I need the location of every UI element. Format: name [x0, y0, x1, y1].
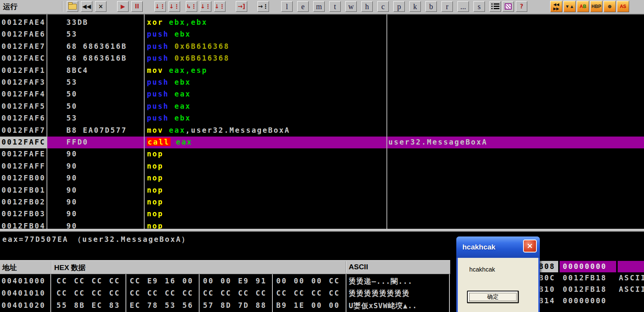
stack-value: 0012FB18	[560, 272, 616, 284]
plugin-target-button[interactable]: ⊕	[604, 1, 616, 12]
window-source-button[interactable]: s	[473, 1, 485, 12]
window-log-button-label: l	[286, 2, 288, 11]
token-reg: ebx,ebx	[169, 18, 208, 26]
disasm-row[interactable]: 0012FAE768 6863616Bpush 0x6B616368	[0, 41, 644, 53]
disasm-bytes: 90	[66, 186, 77, 194]
disasm-row[interactable]: 0012FAEC68 6863616Bpush 0x6B616368	[0, 53, 644, 64]
folder-open-icon	[68, 4, 77, 10]
token-txt	[169, 102, 174, 110]
animate-over-button[interactable]: ↓⋮	[200, 1, 211, 12]
disasm-row[interactable]: 0012FAF550push eax	[0, 101, 644, 113]
column-divider[interactable]	[47, 14, 47, 229]
window-threads-button[interactable]: t	[329, 1, 341, 12]
disasm-row[interactable]: 0012FB0190nop	[0, 185, 644, 196]
disasm-row[interactable]: 0012FAF7B8 EA07D577mov eax,user32.Messag…	[0, 125, 644, 137]
window-callstack-button[interactable]: k	[409, 1, 421, 12]
pane-divider[interactable]	[0, 229, 644, 232]
close-program-button[interactable]: ×	[95, 1, 106, 12]
animate-into-button[interactable]: ↳⋮	[186, 1, 197, 12]
token-txt	[169, 90, 174, 98]
restart-button[interactable]: ◀◀	[81, 1, 92, 12]
step-over-icon: ↓⋮	[169, 4, 180, 10]
dump-byte: B9	[276, 301, 287, 309]
dump-row[interactable]: 00401020558BEC83EC785356578D7D88B91E0000…	[0, 299, 450, 312]
disasm-row[interactable]: 0012FAE653push ebx	[0, 29, 644, 40]
window-runtrace-button[interactable]: ...	[457, 1, 469, 12]
disasm-address: 0012FAFF	[0, 161, 47, 172]
disassembly-pane[interactable]: 0012FAE433DBxor ebx,ebx0012FAE653push eb…	[0, 14, 644, 229]
disasm-row[interactable]: 0012FAFE90nop	[0, 148, 644, 160]
help-button[interactable]: ?	[516, 1, 527, 12]
disasm-bytes: 90	[66, 209, 77, 218]
disasm-address: 0012FAEC	[0, 53, 47, 64]
window-windows-button[interactable]: w	[345, 1, 357, 12]
disasm-instruction: nop	[147, 186, 163, 194]
plugin-jump-button[interactable]: ◀◀▶▶	[550, 1, 562, 12]
disasm-instruction: push ebx	[147, 78, 191, 86]
ok-button[interactable]: 确定	[467, 291, 519, 303]
window-executables-button[interactable]: e	[297, 1, 309, 12]
column-divider[interactable]	[144, 14, 145, 229]
open-file-button[interactable]	[67, 1, 78, 12]
stack-value: 0012FB18	[560, 284, 616, 295]
step-into-button[interactable]: ↓⋮	[155, 1, 166, 12]
appearance-button[interactable]	[502, 1, 514, 12]
disasm-row[interactable]: 0012FB0490nop	[0, 220, 644, 229]
goto-eip-button[interactable]: →⋮	[258, 1, 269, 12]
dump-byte: CC	[130, 289, 141, 297]
disasm-instruction: push eax	[147, 90, 191, 98]
disasm-instruction: push ebx	[147, 114, 191, 122]
run-button[interactable]: ▶	[117, 1, 129, 12]
dump-byte: CC	[238, 289, 249, 297]
window-memory-button-label: m	[316, 2, 322, 11]
token-pu: push	[147, 30, 169, 38]
plugin-hbp-button[interactable]: HBP	[590, 1, 602, 12]
disasm-row[interactable]: 0012FAE433DBxor ebx,ebx	[0, 17, 644, 29]
disasm-instruction: push eax	[147, 102, 191, 110]
window-patches-button-label: p	[397, 2, 401, 11]
dump-byte: 00	[329, 301, 340, 309]
window-cpu-button[interactable]: c	[377, 1, 389, 12]
disasm-address: 0012FB02	[0, 196, 47, 208]
plugin-as-button[interactable]: AS	[617, 1, 629, 12]
disasm-row[interactable]: 0012FAF653push ebx	[0, 113, 644, 124]
disasm-row[interactable]: 0012FB0390nop	[0, 208, 644, 220]
stack-ascii-comment	[618, 261, 644, 272]
window-threads-button-label: t	[334, 2, 336, 11]
disasm-row[interactable]: 0012FB0290nop	[0, 196, 644, 208]
column-divider[interactable]	[386, 14, 387, 229]
window-memory-button[interactable]: m	[313, 1, 325, 12]
dump-row[interactable]: 00401000CCCCCCCCCCE916000000E991000000CC…	[0, 275, 450, 287]
pause-button[interactable]: II	[131, 1, 143, 12]
disasm-row[interactable]: 0012FB0090nop	[0, 172, 644, 184]
token-mn: nop	[147, 198, 163, 206]
dump-ascii: 烫烫烫烫烫烫烫烫	[349, 289, 410, 299]
plugin-ab-button[interactable]: AB	[577, 1, 589, 12]
animate-over-icon: ↓⋮	[200, 4, 211, 10]
disasm-row[interactable]: 0012FAF353push ebx	[0, 77, 644, 88]
windows-list-button[interactable]	[489, 1, 501, 12]
disasm-bytes: 90	[66, 150, 77, 158]
dialog-titlebar[interactable]: hcakhcak ×	[456, 236, 540, 258]
window-handles-button[interactable]: h	[361, 1, 373, 12]
disasm-row[interactable]: 0012FAF450push eax	[0, 88, 644, 100]
disasm-row[interactable]: 0012FAFF90nop	[0, 161, 644, 172]
window-references-button[interactable]: r	[441, 1, 453, 12]
window-breakpoints-button[interactable]: b	[425, 1, 437, 12]
window-cpu-button-label: c	[382, 2, 385, 11]
plugin-updown-button[interactable]: ▼▲	[564, 1, 576, 12]
dump-pane[interactable]: 地址 HEX 数据 ASCII 00401000CCCCCCCCCCE91600…	[0, 260, 450, 312]
window-patches-button[interactable]: p	[393, 1, 405, 12]
step-over-button[interactable]: ↓⋮	[169, 1, 180, 12]
window-log-button[interactable]: l	[281, 1, 293, 12]
dump-byte: 00	[276, 277, 287, 285]
dialog-close-button[interactable]: ×	[523, 240, 537, 252]
execute-till-return-button[interactable]: ↓⋮	[214, 1, 225, 12]
disasm-bytes: 68 6863616B	[66, 42, 127, 50]
disasm-row[interactable]: 0012FAFCFFD0call eaxuser32.MessageBoxA	[0, 137, 644, 148]
execute-till-user-button[interactable]: →]	[236, 1, 247, 12]
token-txt	[169, 114, 174, 122]
dump-row[interactable]: 00401010CCCCCCCCCCCCCCCCCCCCCCCCCCCCCCCC…	[0, 287, 450, 299]
info-pane: eax=77D507EA （user32.MessageBoxA）	[0, 232, 644, 260]
disasm-row[interactable]: 0012FAF18BC4mov eax,esp	[0, 65, 644, 77]
